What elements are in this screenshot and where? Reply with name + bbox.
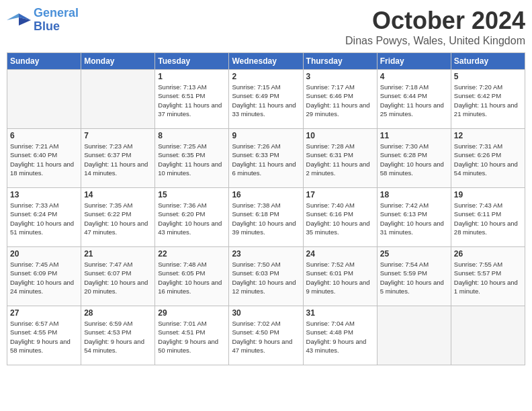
calendar-week-row: 1Sunrise: 7:13 AMSunset: 6:51 PMDaylight…: [7, 70, 525, 129]
calendar-cell: [81, 70, 155, 129]
day-info: Sunrise: 7:30 AMSunset: 6:28 PMDaylight:…: [380, 142, 448, 177]
logo-line2: Blue: [34, 19, 60, 33]
calendar-cell: 10Sunrise: 7:28 AMSunset: 6:31 PMDayligh…: [303, 129, 377, 188]
day-number: 14: [84, 190, 152, 199]
page-header: General Blue October 2024 Dinas Powys, W…: [7, 7, 525, 47]
day-info: Sunrise: 7:23 AMSunset: 6:37 PMDaylight:…: [84, 142, 152, 177]
logo: General Blue: [7, 7, 79, 34]
day-info: Sunrise: 7:15 AMSunset: 6:49 PMDaylight:…: [232, 83, 300, 118]
calendar-cell: 5Sunrise: 7:20 AMSunset: 6:42 PMDaylight…: [451, 70, 525, 129]
calendar-cell: 13Sunrise: 7:33 AMSunset: 6:24 PMDayligh…: [7, 188, 81, 247]
calendar-week-row: 13Sunrise: 7:33 AMSunset: 6:24 PMDayligh…: [7, 188, 525, 247]
day-number: 3: [306, 72, 374, 81]
day-info: Sunrise: 7:55 AMSunset: 5:57 PMDaylight:…: [454, 260, 522, 295]
day-number: 16: [232, 190, 300, 199]
calendar-cell: 27Sunrise: 6:57 AMSunset: 4:55 PMDayligh…: [7, 306, 81, 365]
day-number: 11: [380, 131, 448, 140]
day-number: 9: [232, 131, 300, 140]
calendar-cell: 31Sunrise: 7:04 AMSunset: 4:48 PMDayligh…: [303, 306, 377, 365]
day-number: 17: [306, 190, 374, 199]
calendar-cell: [7, 70, 81, 129]
day-number: 15: [158, 190, 226, 199]
weekday-header: Thursday: [303, 53, 377, 70]
calendar-cell: 21Sunrise: 7:47 AMSunset: 6:07 PMDayligh…: [81, 247, 155, 306]
calendar-week-row: 6Sunrise: 7:21 AMSunset: 6:40 PMDaylight…: [7, 129, 525, 188]
day-info: Sunrise: 7:02 AMSunset: 4:50 PMDaylight:…: [232, 319, 300, 355]
day-number: 30: [232, 308, 300, 318]
day-number: 4: [380, 72, 448, 81]
calendar-cell: 29Sunrise: 7:01 AMSunset: 4:51 PMDayligh…: [155, 306, 229, 365]
day-number: 8: [158, 131, 226, 140]
month-title: October 2024: [345, 7, 525, 35]
weekday-header: Tuesday: [155, 53, 229, 70]
title-block: October 2024 Dinas Powys, Wales, United …: [345, 7, 525, 47]
day-number: 18: [380, 190, 448, 199]
day-number: 27: [10, 308, 78, 318]
day-number: 22: [158, 249, 226, 259]
day-info: Sunrise: 7:42 AMSunset: 6:13 PMDaylight:…: [380, 201, 448, 236]
day-info: Sunrise: 7:40 AMSunset: 6:16 PMDaylight:…: [306, 201, 374, 236]
day-info: Sunrise: 7:45 AMSunset: 6:09 PMDaylight:…: [10, 260, 78, 295]
calendar-cell: 2Sunrise: 7:15 AMSunset: 6:49 PMDaylight…: [229, 70, 303, 129]
day-number: 26: [454, 249, 522, 259]
day-info: Sunrise: 7:48 AMSunset: 6:05 PMDaylight:…: [158, 260, 226, 295]
calendar-cell: 17Sunrise: 7:40 AMSunset: 6:16 PMDayligh…: [303, 188, 377, 247]
calendar-cell: 6Sunrise: 7:21 AMSunset: 6:40 PMDaylight…: [7, 129, 81, 188]
day-info: Sunrise: 6:57 AMSunset: 4:55 PMDaylight:…: [10, 319, 78, 355]
calendar-week-row: 20Sunrise: 7:45 AMSunset: 6:09 PMDayligh…: [7, 247, 525, 306]
calendar-cell: 26Sunrise: 7:55 AMSunset: 5:57 PMDayligh…: [451, 247, 525, 306]
calendar-cell: 11Sunrise: 7:30 AMSunset: 6:28 PMDayligh…: [377, 129, 451, 188]
calendar-cell: 30Sunrise: 7:02 AMSunset: 4:50 PMDayligh…: [229, 306, 303, 365]
day-info: Sunrise: 7:13 AMSunset: 6:51 PMDaylight:…: [158, 83, 226, 118]
day-info: Sunrise: 7:18 AMSunset: 6:44 PMDaylight:…: [380, 83, 448, 118]
calendar-cell: 12Sunrise: 7:31 AMSunset: 6:26 PMDayligh…: [451, 129, 525, 188]
calendar-cell: 1Sunrise: 7:13 AMSunset: 6:51 PMDaylight…: [155, 70, 229, 129]
calendar-cell: 8Sunrise: 7:25 AMSunset: 6:35 PMDaylight…: [155, 129, 229, 188]
day-number: 1: [158, 72, 226, 81]
day-info: Sunrise: 7:38 AMSunset: 6:18 PMDaylight:…: [232, 201, 300, 236]
day-info: Sunrise: 7:31 AMSunset: 6:26 PMDaylight:…: [454, 142, 522, 177]
calendar-cell: 25Sunrise: 7:54 AMSunset: 5:59 PMDayligh…: [377, 247, 451, 306]
calendar-cell: 7Sunrise: 7:23 AMSunset: 6:37 PMDaylight…: [81, 129, 155, 188]
weekday-header: Friday: [377, 53, 451, 70]
day-number: 31: [306, 308, 374, 318]
svg-marker-1: [7, 13, 19, 20]
day-info: Sunrise: 6:59 AMSunset: 4:53 PMDaylight:…: [84, 319, 152, 355]
day-number: 21: [84, 249, 152, 259]
day-info: Sunrise: 7:21 AMSunset: 6:40 PMDaylight:…: [10, 142, 78, 177]
calendar-cell: 14Sunrise: 7:35 AMSunset: 6:22 PMDayligh…: [81, 188, 155, 247]
day-info: Sunrise: 7:43 AMSunset: 6:11 PMDaylight:…: [454, 201, 522, 236]
day-info: Sunrise: 7:20 AMSunset: 6:42 PMDaylight:…: [454, 83, 522, 118]
day-number: 19: [454, 190, 522, 199]
day-info: Sunrise: 7:17 AMSunset: 6:46 PMDaylight:…: [306, 83, 374, 118]
day-info: Sunrise: 7:01 AMSunset: 4:51 PMDaylight:…: [158, 319, 226, 355]
weekday-header: Wednesday: [229, 53, 303, 70]
weekday-header: Monday: [81, 53, 155, 70]
calendar-cell: 20Sunrise: 7:45 AMSunset: 6:09 PMDayligh…: [7, 247, 81, 306]
day-info: Sunrise: 7:36 AMSunset: 6:20 PMDaylight:…: [158, 201, 226, 236]
calendar-cell: 15Sunrise: 7:36 AMSunset: 6:20 PMDayligh…: [155, 188, 229, 247]
day-info: Sunrise: 7:50 AMSunset: 6:03 PMDaylight:…: [232, 260, 300, 295]
day-info: Sunrise: 7:54 AMSunset: 5:59 PMDaylight:…: [380, 260, 448, 295]
calendar-cell: 16Sunrise: 7:38 AMSunset: 6:18 PMDayligh…: [229, 188, 303, 247]
logo-line1: General: [34, 6, 79, 19]
day-number: 24: [306, 249, 374, 259]
calendar-cell: 19Sunrise: 7:43 AMSunset: 6:11 PMDayligh…: [451, 188, 525, 247]
day-info: Sunrise: 7:47 AMSunset: 6:07 PMDaylight:…: [84, 260, 152, 295]
calendar-cell: [377, 306, 451, 365]
calendar-cell: 4Sunrise: 7:18 AMSunset: 6:44 PMDaylight…: [377, 70, 451, 129]
calendar-week-row: 27Sunrise: 6:57 AMSunset: 4:55 PMDayligh…: [7, 306, 525, 365]
day-number: 5: [454, 72, 522, 81]
logo-icon: [7, 11, 31, 30]
calendar-cell: 3Sunrise: 7:17 AMSunset: 6:46 PMDaylight…: [303, 70, 377, 129]
calendar-table: SundayMondayTuesdayWednesdayThursdayFrid…: [7, 52, 525, 365]
calendar-cell: 24Sunrise: 7:52 AMSunset: 6:01 PMDayligh…: [303, 247, 377, 306]
calendar-cell: 28Sunrise: 6:59 AMSunset: 4:53 PMDayligh…: [81, 306, 155, 365]
day-number: 12: [454, 131, 522, 140]
day-number: 2: [232, 72, 300, 81]
weekday-header: Saturday: [451, 53, 525, 70]
day-number: 7: [84, 131, 152, 140]
calendar-cell: [451, 306, 525, 365]
calendar-cell: 9Sunrise: 7:26 AMSunset: 6:33 PMDaylight…: [229, 129, 303, 188]
weekday-header-row: SundayMondayTuesdayWednesdayThursdayFrid…: [7, 53, 525, 70]
